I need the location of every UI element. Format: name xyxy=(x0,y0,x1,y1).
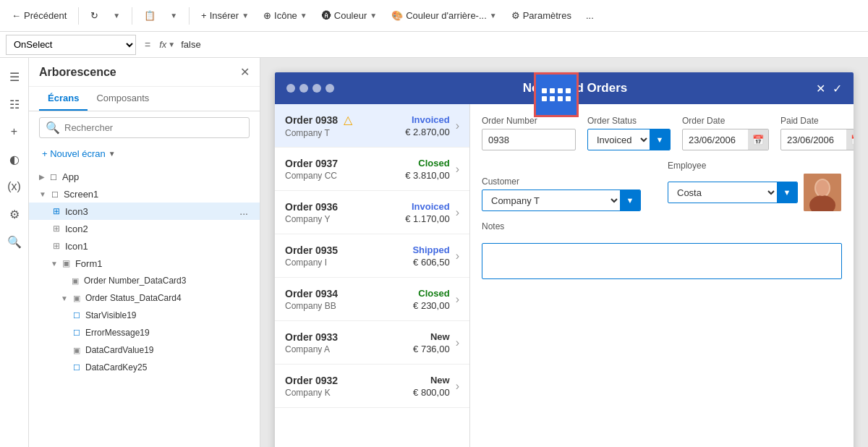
color-dropdown-icon: ▼ xyxy=(370,12,377,20)
copy-dropdown[interactable]: ▼ xyxy=(164,9,183,22)
sidebar-close-button[interactable]: ✕ xyxy=(240,65,250,79)
order-amount-0938: € 2.870,00 xyxy=(405,127,449,137)
bg-color-dropdown-icon: ▼ xyxy=(490,12,497,20)
tree-item-datacardvalue19[interactable]: ▣ DataCardValue19 xyxy=(29,341,260,359)
order-number-input[interactable] xyxy=(482,129,576,150)
order-status-0938: Invoiced xyxy=(405,114,449,125)
settings-icon[interactable]: ⚙ xyxy=(1,201,27,227)
detail-panel: Order Number Order Status Invoiced Close… xyxy=(470,104,854,447)
tree-item-form1[interactable]: ▼ ▣ Form1 xyxy=(29,255,260,272)
paid-date-label: Paid Date xyxy=(780,116,854,126)
tree-item-app[interactable]: ▶ □ App xyxy=(29,168,260,185)
order-chevron-0933: › xyxy=(456,336,459,349)
order-right-0935: Shipped € 606,50 xyxy=(412,244,449,268)
order-amount-0936: € 1.170,00 xyxy=(405,213,449,224)
sidebar-tabs: Écrans Composants xyxy=(29,87,260,111)
more-button[interactable]: ... xyxy=(580,7,600,24)
search-input[interactable] xyxy=(64,122,243,133)
order-number-0933: Order 0933 xyxy=(285,331,413,343)
add-icon[interactable]: + xyxy=(1,119,27,145)
tree-item-datacard4[interactable]: ▼ ▣ Order Status_DataCard4 xyxy=(29,289,260,307)
order-info-0935: Order 0935 Company I xyxy=(285,244,412,268)
app-close-button[interactable]: ✕ xyxy=(816,82,825,95)
app-check-button[interactable]: ✓ xyxy=(833,82,842,95)
tree-item-icon1[interactable]: ⊞ Icon1 xyxy=(29,237,260,255)
drag-dot-5 xyxy=(542,96,547,101)
header-dot-1 xyxy=(286,84,295,93)
formula-input[interactable] xyxy=(181,35,862,55)
order-item-0935[interactable]: Order 0935 Company I Shipped € 606,50 › xyxy=(275,234,469,278)
sidebar-actions: + Nouvel écran ▼ xyxy=(29,144,260,165)
hamburger-icon[interactable]: ☰ xyxy=(1,64,27,90)
paid-date-input[interactable] xyxy=(781,135,846,145)
employee-select[interactable]: Costa xyxy=(668,187,777,199)
screen1-icon: □ xyxy=(49,188,61,200)
paid-date-calendar-icon[interactable]: 📅 xyxy=(846,129,854,150)
order-date-label: Order Date xyxy=(682,116,769,126)
tab-screens[interactable]: Écrans xyxy=(39,87,88,111)
variables-icon[interactable]: (x) xyxy=(1,174,27,200)
app-window: Northwind Orders ✕ ✓ Order 0938 △ xyxy=(275,72,854,447)
order-chevron-0932: › xyxy=(456,380,459,393)
copy-button[interactable]: 📋 xyxy=(138,7,161,24)
screen1-label: Screen1 xyxy=(64,189,250,200)
order-date-input[interactable] xyxy=(683,135,748,145)
tree-item-datacardkey25[interactable]: ☐ DataCardKey25 xyxy=(29,359,260,376)
undo-dropdown[interactable]: ▼ xyxy=(107,9,126,22)
search-icon: 🔍 xyxy=(46,121,60,135)
order-date-calendar-icon[interactable]: 📅 xyxy=(748,129,768,150)
order-amount-0937: € 3.810,00 xyxy=(405,170,449,181)
order-status-select[interactable]: Invoiced Closed Shipped New xyxy=(588,134,650,146)
order-item-0938[interactable]: Order 0938 △ Company T Invoiced € 2.870,… xyxy=(275,104,469,148)
app-header-dots xyxy=(286,84,334,93)
order-amount-0933: € 736,00 xyxy=(413,344,450,354)
order-status-arrow-icon: ▼ xyxy=(650,129,670,150)
icon3-more-button[interactable]: ... xyxy=(238,205,250,217)
icon3-icon: ⊞ xyxy=(51,205,62,217)
svg-point-3 xyxy=(816,180,829,196)
datacardvalue19-icon: ▣ xyxy=(71,344,82,356)
undo-button[interactable]: ↻ xyxy=(85,7,104,24)
data-icon[interactable]: ◐ xyxy=(1,146,27,172)
order-chevron-0937: › xyxy=(456,163,459,176)
order-company-0936: Company Y xyxy=(285,214,405,224)
order-item-0933[interactable]: Order 0933 Company A New € 736,00 › xyxy=(275,321,469,365)
form1-icon: ▣ xyxy=(61,257,72,269)
screens-icon[interactable]: ☷ xyxy=(1,91,27,117)
order-chevron-0935: › xyxy=(456,250,459,263)
icon3-label: Icon3 xyxy=(65,206,235,217)
formula-bar: OnSelect = fx ▼ xyxy=(0,32,868,58)
back-button[interactable]: ← Précédent xyxy=(6,7,72,24)
order-right-0937: Closed € 3.810,00 xyxy=(405,158,449,181)
property-select[interactable]: OnSelect xyxy=(6,35,136,55)
order-company-0938: Company T xyxy=(285,128,405,138)
notes-textarea[interactable] xyxy=(482,243,842,279)
tab-composants[interactable]: Composants xyxy=(88,87,158,111)
params-button[interactable]: ⚙ Paramètres xyxy=(506,7,577,24)
tree-item-icon3[interactable]: ⊞ Icon3 ... xyxy=(29,203,260,220)
new-screen-button[interactable]: + Nouvel écran ▼ xyxy=(39,147,119,161)
new-screen-dropdown-icon: ▼ xyxy=(109,150,116,158)
tree-item-errormessage19[interactable]: ☐ ErrorMessage19 xyxy=(29,324,260,341)
icon-button[interactable]: ⊕ Icône ▼ xyxy=(258,7,313,24)
order-item-0936[interactable]: Order 0936 Company Y Invoiced € 1.170,00… xyxy=(275,191,469,234)
sidebar: Arborescence ✕ Écrans Composants 🔍 + Nou… xyxy=(29,58,260,447)
tree-item-icon2[interactable]: ⊞ Icon2 xyxy=(29,220,260,237)
order-item-0937[interactable]: Order 0937 Company CC Closed € 3.810,00 … xyxy=(275,148,469,191)
search-icon[interactable]: 🔍 xyxy=(1,229,27,255)
tree-item-screen1[interactable]: ▼ □ Screen1 xyxy=(29,185,260,203)
color-button[interactable]: 🅐 Couleur ▼ xyxy=(316,7,383,24)
order-chevron-0938: › xyxy=(456,119,459,132)
order-item-0932[interactable]: Order 0932 Company K New € 800,00 › xyxy=(275,365,469,408)
bg-color-button[interactable]: 🎨 Couleur d'arrière-... ▼ xyxy=(386,7,503,24)
sidebar-title: Arborescence xyxy=(39,66,116,79)
insert-button[interactable]: + Insérer ▼ xyxy=(195,7,255,24)
customer-select[interactable]: Company T xyxy=(482,195,620,207)
app-header-actions: ✕ ✓ xyxy=(816,82,842,95)
sidebar-header: Arborescence ✕ xyxy=(29,58,260,87)
order-status-0936: Invoiced xyxy=(405,201,449,212)
tree-item-starvisible19[interactable]: ☐ StarVisible19 xyxy=(29,307,260,324)
icon-drag-overlay[interactable] xyxy=(534,72,579,117)
order-item-0934[interactable]: Order 0934 Company BB Closed € 230,00 › xyxy=(275,278,469,321)
tree-item-datacard3[interactable]: ▶ ▣ Order Number_DataCard3 xyxy=(29,272,260,289)
